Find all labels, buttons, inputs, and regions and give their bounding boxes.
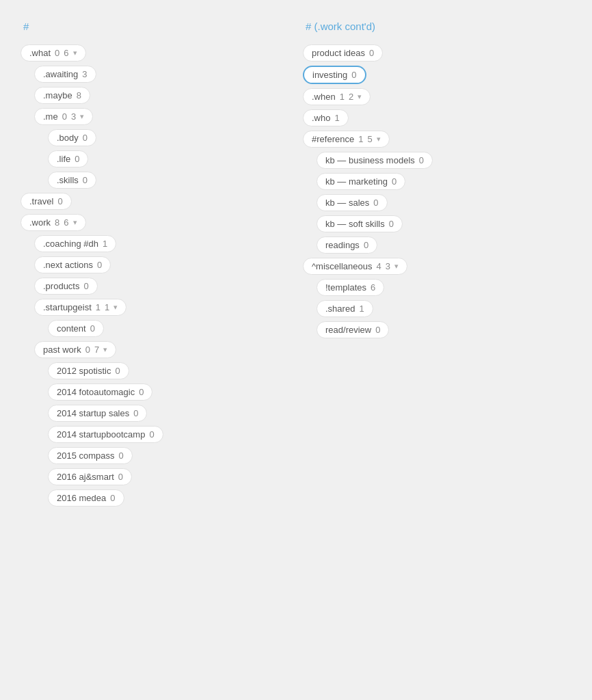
tag-pill-past_work[interactable]: past work07▾: [34, 341, 116, 358]
tag-label: 2016 medea: [57, 493, 106, 503]
tag-pill-startupbootcamp[interactable]: 2014 startupbootcamp0: [48, 426, 163, 443]
tag-pill-read_review[interactable]: read/review0: [317, 321, 389, 338]
tag-label: !templates: [325, 282, 366, 293]
tag-count: 0: [110, 493, 115, 503]
left-tag-group: .what06▾.awaiting3.maybe8.me03▾.body0.li…: [21, 44, 289, 507]
tag-pill-reference[interactable]: #reference15▾: [303, 131, 390, 148]
tag-label: .work: [29, 217, 51, 228]
tag-sub-count: 2: [349, 92, 353, 102]
chevron-down-icon[interactable]: ▾: [113, 303, 118, 312]
tag-row: 2012 spotistic0: [48, 362, 289, 379]
tag-row: readings0: [317, 237, 571, 254]
tag-count: 0: [369, 48, 374, 58]
tag-count: 0: [139, 387, 144, 397]
tag-pill-what[interactable]: .what06▾: [21, 44, 86, 62]
tag-pill-kb_soft_skills[interactable]: kb — soft skills0: [317, 215, 403, 232]
right-column: # (.work cont'd) product ideas0investing…: [296, 14, 578, 513]
tag-pill-work[interactable]: .work86▾: [21, 214, 86, 231]
tag-pill-skills[interactable]: .skills0: [48, 172, 96, 189]
tag-count: 0: [351, 70, 356, 80]
chevron-down-icon[interactable]: ▾: [103, 345, 107, 354]
tag-row: .coaching #dh1: [34, 235, 289, 252]
tag-row: kb — soft skills0: [317, 215, 571, 232]
tag-pill-startup_sales[interactable]: 2014 startup sales0: [48, 405, 147, 422]
tag-row: product ideas0: [303, 44, 571, 62]
tag-pill-kb_sales[interactable]: kb — sales0: [317, 194, 388, 211]
tag-label: investing: [312, 70, 347, 80]
tag-row: .awaiting3: [34, 66, 289, 83]
tag-pill-content[interactable]: content0: [48, 320, 104, 337]
tag-pill-fotoautomagic[interactable]: 2014 fotoautomagic0: [48, 383, 152, 401]
tag-label: content: [57, 323, 86, 334]
tag-pill-miscellaneous[interactable]: ^miscellaneous43▾: [303, 258, 407, 275]
tag-pill-ajsmart[interactable]: 2016 aj&smart0: [48, 468, 132, 485]
tag-count: 0: [375, 325, 380, 335]
tag-pill-investing[interactable]: investing0: [303, 66, 366, 84]
tag-pill-travel[interactable]: .travel0: [21, 193, 72, 210]
tag-row: .me03▾: [34, 108, 289, 125]
tag-row: 2014 fotoautomagic0: [48, 383, 289, 401]
left-column-header: #: [23, 21, 289, 32]
tag-label: kb — marketing: [325, 176, 388, 187]
tag-count: 0: [57, 196, 62, 206]
tag-row: 2015 compass0: [48, 447, 289, 464]
chevron-down-icon[interactable]: ▾: [358, 92, 362, 101]
tag-pill-who[interactable]: .who1: [303, 109, 349, 126]
tag-count: 3: [82, 69, 87, 79]
tag-pill-startupgeist[interactable]: .startupgeist11▾: [34, 299, 126, 316]
chevron-down-icon[interactable]: ▾: [73, 49, 77, 57]
tag-sub-count: 3: [71, 111, 76, 122]
tag-row: kb — sales0: [317, 194, 571, 211]
tag-label: kb — sales: [325, 198, 369, 208]
tag-pill-body[interactable]: .body0: [48, 129, 96, 146]
tag-pill-when[interactable]: .when12▾: [303, 88, 371, 105]
tag-label: 2015 compass: [57, 450, 115, 461]
tag-label: .skills: [57, 175, 79, 185]
tag-row: .when12▾: [303, 88, 571, 105]
tag-row: kb — marketing0: [317, 173, 571, 190]
chevron-down-icon[interactable]: ▾: [73, 218, 77, 227]
tag-pill-next_actions[interactable]: .next actions0: [34, 256, 111, 273]
tag-sub-count: 7: [94, 345, 99, 355]
tag-pill-shared[interactable]: .shared1: [317, 300, 373, 317]
tag-pill-life[interactable]: .life0: [48, 150, 88, 167]
tag-pill-templates[interactable]: !templates6: [317, 279, 384, 296]
tag-pill-kb_marketing[interactable]: kb — marketing0: [317, 173, 405, 190]
tag-label: 2014 startupbootcamp: [57, 429, 145, 440]
chevron-down-icon[interactable]: ▾: [377, 135, 381, 144]
tag-label: kb — soft skills: [325, 219, 385, 229]
tag-pill-products[interactable]: .products0: [34, 278, 98, 295]
tag-pill-compass[interactable]: 2015 compass0: [48, 447, 133, 464]
tag-row: ^miscellaneous43▾: [303, 258, 571, 275]
tag-pill-readings[interactable]: readings0: [317, 237, 377, 254]
chevron-down-icon[interactable]: ▾: [80, 112, 84, 121]
tag-label: .next actions: [43, 260, 93, 270]
tag-label: 2014 fotoautomagic: [57, 387, 135, 397]
tag-row: 2016 aj&smart0: [48, 468, 289, 485]
tag-pill-coaching[interactable]: .coaching #dh1: [34, 235, 116, 252]
tag-count: 1: [340, 92, 345, 102]
tag-pill-kb_business[interactable]: kb — business models0: [317, 152, 433, 169]
tag-count: 8: [77, 90, 81, 100]
tag-row: !templates6: [317, 279, 571, 296]
tag-pill-maybe[interactable]: .maybe8: [34, 87, 90, 104]
tag-count: 0: [55, 48, 59, 58]
tag-label: .products: [43, 281, 79, 291]
tag-count: 0: [364, 240, 368, 250]
tag-row: past work07▾: [34, 341, 289, 358]
tag-row: .body0: [48, 129, 289, 146]
tag-row: .skills0: [48, 172, 289, 189]
tag-row: content0: [48, 320, 289, 337]
tag-pill-spotistic[interactable]: 2012 spotistic0: [48, 362, 129, 379]
chevron-down-icon[interactable]: ▾: [394, 262, 399, 271]
tag-count: 0: [116, 366, 120, 376]
tag-label: .life: [57, 154, 70, 164]
tag-pill-me[interactable]: .me03▾: [34, 108, 93, 125]
tag-count: 0: [85, 345, 90, 355]
tag-pill-awaiting[interactable]: .awaiting3: [34, 66, 96, 83]
tag-row: .what06▾: [21, 44, 289, 62]
tag-row: .who1: [303, 109, 571, 126]
tag-pill-medea[interactable]: 2016 medea0: [48, 489, 124, 507]
tag-label: .travel: [29, 196, 53, 206]
tag-pill-product_ideas[interactable]: product ideas0: [303, 44, 383, 62]
